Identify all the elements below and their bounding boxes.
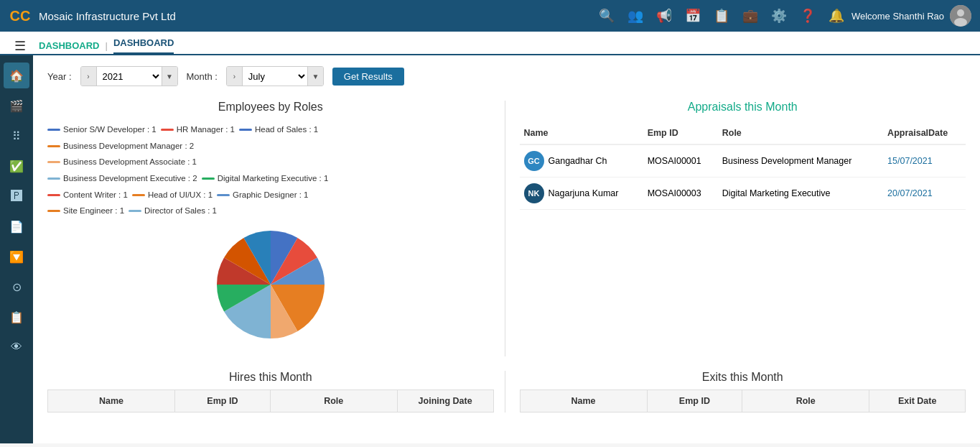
sidebar-item-grid[interactable]: ⠿ <box>4 123 29 149</box>
svg-point-2 <box>954 18 967 27</box>
appraisals-section: Appraisals this Month Name Emp ID Role A… <box>505 101 966 356</box>
app-logo: CC <box>9 4 32 27</box>
hires-col-empid: Emp ID <box>175 390 271 412</box>
sidebar-item-camera[interactable]: 🎬 <box>4 93 29 119</box>
legend-item-5: Business Development Associate : 1 <box>47 155 197 170</box>
megaphone-icon[interactable]: 📢 <box>656 8 672 24</box>
empid-2: MOSAI00003 <box>643 178 718 210</box>
exits-col-empid: Emp ID <box>648 390 743 412</box>
year-select-wrapper: › 2021 ▼ <box>80 66 178 86</box>
exits-col-role: Role <box>742 390 869 412</box>
calendar-icon[interactable]: 📅 <box>685 8 701 24</box>
year-label: Year : <box>47 71 72 82</box>
date-1[interactable]: 15/07/2021 <box>887 156 933 166</box>
legend-item-12: Director of Sales : 1 <box>129 203 217 218</box>
gear-icon[interactable]: ⚙️ <box>771 8 787 24</box>
hires-title: Hires this Month <box>47 371 494 384</box>
top-nav: CC Mosaic Infrastructure Pvt Ltd 🔍 👥 📢 📅… <box>0 0 980 32</box>
legend-item-4: Business Development Manager : 2 <box>47 139 194 154</box>
legend-item-1: Senior S/W Developer : 1 <box>47 122 157 137</box>
exits-title: Exits this Month <box>520 371 966 384</box>
month-select[interactable]: July <box>243 66 307 86</box>
legend-item-3: Head of Sales : 1 <box>239 122 318 137</box>
table-row: GC Gangadhar Ch MOSAI00001 Business Deve… <box>520 144 966 178</box>
bell-icon[interactable]: 🔔 <box>829 8 844 24</box>
breadcrumb-bar: ☰ DASHBOARD | DASHBOARD <box>0 32 980 55</box>
legend-item-10: Graphic Designer : 1 <box>217 188 308 203</box>
welcome-text: Welcome Shanthi Rao <box>851 5 971 27</box>
sidebar-item-circle[interactable]: ⊙ <box>4 274 29 300</box>
emp-cell-2: NK Nagarjuna Kumar <box>524 183 639 203</box>
month-label: Month : <box>187 71 218 82</box>
help-icon[interactable]: ❓ <box>800 8 816 24</box>
hires-col-role: Role <box>271 390 398 412</box>
col-date: AppraisalDate <box>883 122 966 144</box>
year-prev-arrow[interactable]: › <box>81 66 97 86</box>
month-dropdown-arrow[interactable]: ▼ <box>307 66 323 86</box>
legend-item-6: Business Development Executive : 2 <box>47 171 197 186</box>
sidebar-item-bookmark[interactable]: 🅿 <box>4 183 29 209</box>
employees-legend: Senior S/W Developer : 1 HR Manager : 1 … <box>47 122 494 218</box>
users-icon[interactable]: 👥 <box>627 8 643 24</box>
month-select-wrapper: › July ▼ <box>226 66 324 86</box>
sidebar-item-eye[interactable]: 👁 <box>4 334 29 360</box>
bottom-two-col: Hires this Month Name Emp ID Role Joinin… <box>47 371 966 413</box>
briefcase-icon[interactable]: 💼 <box>742 8 758 24</box>
legend-item-9: Head of UI/UX : 1 <box>132 188 213 203</box>
legend-item-2: HR Manager : 1 <box>161 122 235 137</box>
col-empid: Emp ID <box>643 122 718 144</box>
exits-col-name: Name <box>521 390 648 412</box>
breadcrumb-dashboard-1[interactable]: DASHBOARD <box>39 40 100 51</box>
main-wrapper: 🏠 🎬 ⠿ ✅ 🅿 📄 🔽 ⊙ 📋 👁 Year : › 2021 ▼ Mont… <box>0 55 980 443</box>
legend-item-8: Content Writer : 1 <box>47 188 128 203</box>
pie-chart <box>47 227 494 342</box>
main-content: Year : › 2021 ▼ Month : › July ▼ Get Res… <box>33 55 980 443</box>
list-icon[interactable]: 📋 <box>714 8 729 24</box>
filter-row: Year : › 2021 ▼ Month : › July ▼ Get Res… <box>47 66 966 86</box>
hires-section: Hires this Month Name Emp ID Role Joinin… <box>47 371 505 413</box>
exits-section: Exits this Month Name Emp ID Role Exit D… <box>505 371 966 413</box>
company-name: Mosaic Infrastructure Pvt Ltd <box>39 10 592 22</box>
table-row: NK Nagarjuna Kumar MOSAI00003 Digital Ma… <box>520 178 966 210</box>
search-icon[interactable]: 🔍 <box>599 8 615 24</box>
nav-icons: 🔍 👥 📢 📅 📋 💼 ⚙️ ❓ 🔔 <box>599 8 844 24</box>
month-prev-arrow[interactable]: › <box>227 66 243 86</box>
sidebar: 🏠 🎬 ⠿ ✅ 🅿 📄 🔽 ⊙ 📋 👁 <box>0 55 33 443</box>
sidebar-item-check[interactable]: ✅ <box>4 153 29 179</box>
hires-table-header: Name Emp ID Role Joining Date <box>47 390 494 413</box>
year-dropdown-arrow[interactable]: ▼ <box>162 66 177 86</box>
year-select[interactable]: 2021 <box>97 66 162 86</box>
svg-point-1 <box>957 9 964 17</box>
hires-col-date: Joining Date <box>398 390 493 412</box>
hires-col-name: Name <box>48 390 175 412</box>
col-role: Role <box>718 122 883 144</box>
employees-by-roles-section: Employees by Roles Senior S/W Developer … <box>47 101 505 356</box>
sidebar-item-home[interactable]: 🏠 <box>4 63 29 88</box>
sidebar-item-clipboard[interactable]: 📋 <box>4 304 29 330</box>
avatar-gc: GC <box>524 151 544 171</box>
legend-item-7: Digital Marketing Executive : 1 <box>202 171 329 186</box>
bottom-section: Hires this Month Name Emp ID Role Joinin… <box>47 371 966 413</box>
breadcrumb-sep: | <box>106 40 108 51</box>
col-name: Name <box>520 122 643 144</box>
exits-table-header: Name Emp ID Role Exit Date <box>520 390 966 413</box>
get-results-button[interactable]: Get Results <box>332 68 404 86</box>
legend-item-11: Site Engineer : 1 <box>47 203 124 218</box>
exits-col-date: Exit Date <box>869 390 965 412</box>
role-2: Digital Marketing Executive <box>718 178 883 210</box>
menu-icon[interactable]: ☰ <box>14 38 26 54</box>
appraisals-title: Appraisals this Month <box>520 101 966 114</box>
two-col-section: Employees by Roles Senior S/W Developer … <box>47 101 966 356</box>
empid-1: MOSAI00001 <box>643 144 718 178</box>
employees-by-roles-title: Employees by Roles <box>47 101 494 114</box>
sidebar-item-filter[interactable]: 🔽 <box>4 244 29 269</box>
avatar-nk: NK <box>524 183 544 203</box>
appraisals-table: Name Emp ID Role AppraisalDate GC Gangad… <box>520 122 966 210</box>
avatar <box>950 5 971 27</box>
sidebar-item-file[interactable]: 📄 <box>4 213 29 239</box>
emp-cell-1: GC Gangadhar Ch <box>524 151 639 171</box>
date-2[interactable]: 20/07/2021 <box>887 188 933 198</box>
breadcrumb-dashboard-2[interactable]: DASHBOARD <box>113 37 174 54</box>
role-1: Business Development Manager <box>718 144 883 178</box>
